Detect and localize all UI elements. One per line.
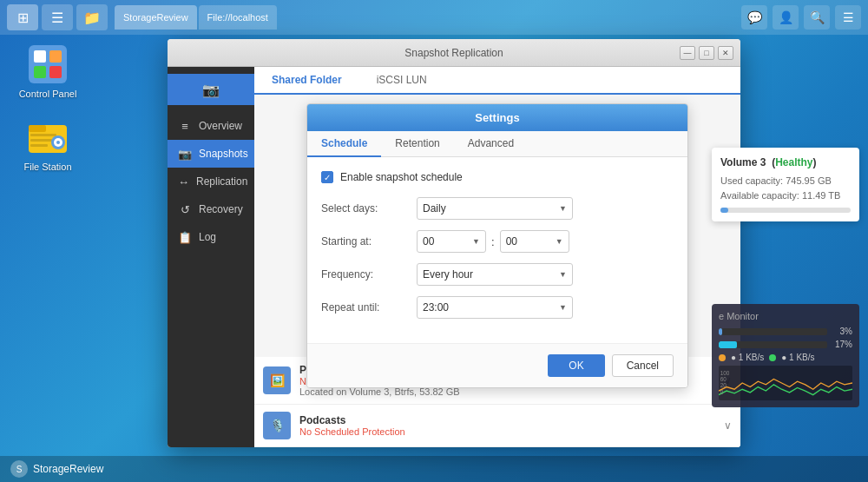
app-button-1[interactable]: ☰ [42, 4, 73, 30]
ok-button[interactable]: OK [548, 354, 604, 377]
settings-overlay: Settings Schedule Retention [254, 95, 740, 447]
starting-at-control: 00 ▼ : 00 ▼ [417, 230, 674, 253]
sidebar-item-snapshots[interactable]: 📷 Snapshots [168, 140, 254, 168]
monitor-bar-bg-2 [719, 341, 827, 348]
sidebar: 📷 ≡ Overview 📷 Snapshots ↔ Replication ↺… [168, 67, 254, 447]
volume-available: Available capacity: 11.49 TB [720, 188, 851, 203]
starting-at-hour-dropdown[interactable]: 00 ▼ [417, 230, 486, 253]
svg-text:60: 60 [720, 376, 727, 382]
sidebar-item-recovery[interactable]: ↺ Recovery [168, 195, 254, 223]
log-icon: 📋 [178, 230, 192, 244]
select-days-arrow: ▼ [559, 204, 567, 213]
settings-title: Settings [475, 111, 519, 124]
min-arrow: ▼ [556, 237, 563, 246]
menu-button[interactable]: ☰ [835, 5, 861, 30]
svg-rect-9 [30, 144, 48, 147]
volume-status: Healthy [775, 156, 812, 168]
frequency-row: Frequency: Every hour ▼ [321, 263, 674, 286]
net-label-1: ● 1 KB/s [731, 353, 764, 362]
monitor-bar-fill-2 [719, 341, 737, 348]
select-days-control: Daily ▼ [417, 197, 674, 220]
tab-iscsi-lun[interactable]: iSCSI LUN [359, 67, 444, 95]
app-titlebar: Snapshot Replication — □ ✕ [168, 39, 740, 67]
main-tabs: Shared Folder iSCSI LUN [254, 67, 740, 95]
cancel-button[interactable]: Cancel [612, 354, 674, 377]
svg-text:100: 100 [720, 370, 730, 376]
main-content: 🖼️ Photos No Scheduled Protection Locate… [254, 95, 740, 447]
recovery-icon: ↺ [178, 202, 192, 216]
select-days-value: Daily [423, 202, 446, 215]
frequency-label: Frequency: [321, 268, 417, 281]
net-dot-1 [719, 354, 726, 361]
repeat-until-dropdown[interactable]: 23:00 ▼ [417, 296, 573, 319]
maximize-button[interactable]: □ [699, 46, 714, 60]
settings-tabs: Schedule Retention Advanced [307, 131, 687, 157]
start-button[interactable]: ⊞ [7, 4, 38, 30]
taskbar-top: ⊞ ☰ 📁 StorageReview File://localhost 💬 👤… [0, 0, 868, 35]
net-dot-2 [769, 354, 776, 361]
svg-rect-7 [30, 134, 56, 136]
volume-card: Volume 3 (Healthy) Used capacity: 745.95… [712, 148, 859, 221]
monitor-card: e Monitor 3% 17% ● 1 KB/s ● 1 KB/s 100 6 [712, 304, 859, 407]
sidebar-item-log[interactable]: 📋 Log [168, 223, 254, 251]
taskbar-right: 💬 👤 🔍 ☰ [741, 5, 861, 30]
repeat-until-row: Repeat until: 23:00 ▼ [321, 296, 674, 319]
select-days-row: Select days: Daily ▼ [321, 197, 674, 220]
hour-arrow: ▼ [472, 237, 480, 246]
select-days-label: Select days: [321, 202, 417, 215]
close-button[interactable]: ✕ [718, 46, 733, 60]
app-button-2[interactable]: 📁 [76, 4, 108, 30]
tab-label-1: StorageReview [123, 12, 188, 23]
sidebar-item-replication[interactable]: ↔ Replication [168, 168, 254, 195]
svg-rect-1 [34, 50, 46, 63]
settings-tab-schedule-label: Schedule [321, 137, 367, 149]
starting-at-min-dropdown[interactable]: 00 ▼ [500, 230, 569, 253]
settings-tab-schedule[interactable]: Schedule [307, 131, 381, 157]
tab-storagereview[interactable]: StorageReview [115, 5, 197, 30]
frequency-dropdown[interactable]: Every hour ▼ [417, 263, 573, 286]
monitor-bar-label-1: 3% [831, 327, 852, 336]
sidebar-label-replication: Replication [196, 175, 247, 188]
volume-name: Volume 3 [720, 156, 766, 168]
chat-button[interactable]: 💬 [741, 5, 767, 30]
svg-text:20: 20 [720, 382, 727, 388]
app-content: 📷 ≡ Overview 📷 Snapshots ↔ Replication ↺… [168, 67, 740, 447]
enable-checkbox[interactable]: ✓ [321, 171, 333, 183]
titlebar-controls: — □ ✕ [680, 46, 733, 60]
repeat-until-control: 23:00 ▼ [417, 296, 674, 319]
settings-tab-advanced[interactable]: Advanced [454, 131, 528, 157]
chart-area: 100 60 20 0 [719, 366, 852, 400]
frequency-arrow: ▼ [559, 270, 567, 279]
control-panel-icon [27, 43, 69, 85]
svg-rect-8 [30, 139, 52, 142]
enable-checkbox-row: ✓ Enable snapshot schedule [321, 171, 674, 183]
settings-tab-advanced-label: Advanced [468, 137, 514, 149]
net-label-2: ● 1 KB/s [781, 353, 814, 362]
file-station-icon [27, 116, 69, 158]
sidebar-item-overview[interactable]: ≡ Overview [168, 112, 254, 140]
tab-localhost[interactable]: File://localhost [199, 5, 277, 30]
sidebar-label-log: Log [199, 231, 216, 243]
tab-shared-folder[interactable]: Shared Folder [254, 67, 359, 95]
sidebar-label-snapshots: Snapshots [199, 148, 248, 160]
search-button[interactable]: 🔍 [804, 5, 830, 30]
user-button[interactable]: 👤 [773, 5, 799, 30]
settings-tab-retention[interactable]: Retention [381, 131, 453, 157]
tab-bar: StorageReview File://localhost [115, 5, 738, 30]
repeat-until-label: Repeat until: [321, 301, 417, 314]
tab-label-2: File://localhost [207, 12, 268, 23]
starting-at-label: Starting at: [321, 235, 417, 248]
sidebar-icon-bar: 📷 [168, 74, 254, 105]
desktop-icon-control-panel[interactable]: Control Panel [17, 43, 78, 99]
minimize-button[interactable]: — [680, 46, 695, 60]
taskbar-bottom: S StorageReview [0, 456, 868, 482]
settings-dialog: Settings Schedule Retention [306, 103, 688, 388]
svg-rect-6 [29, 125, 46, 132]
monitor-title: e Monitor [719, 311, 852, 321]
tab-shared-folder-label: Shared Folder [272, 74, 342, 86]
select-days-dropdown[interactable]: Daily ▼ [417, 197, 573, 220]
starting-at-min: 00 [506, 235, 517, 248]
desktop-icon-file-station[interactable]: File Station [17, 116, 78, 172]
monitor-bar-bg-1 [719, 328, 827, 335]
svg-point-12 [56, 141, 60, 144]
